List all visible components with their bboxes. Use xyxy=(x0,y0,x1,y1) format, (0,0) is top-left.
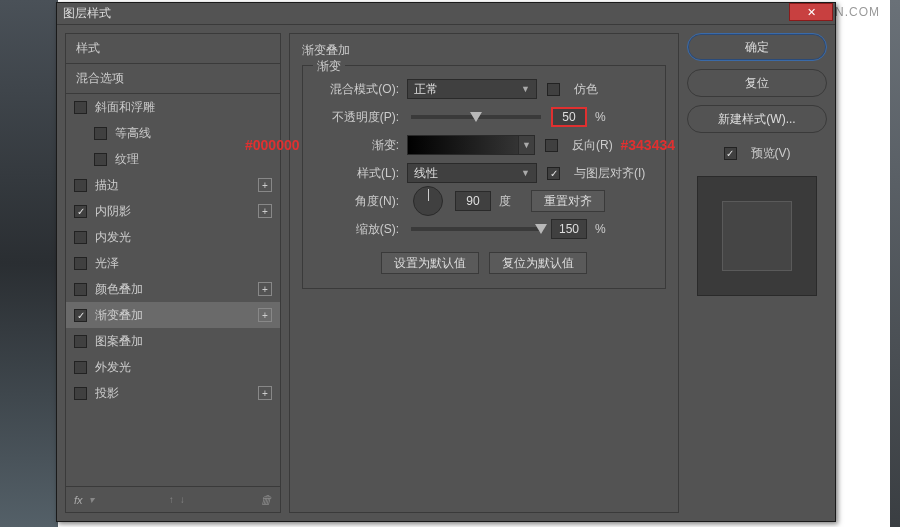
style-item-label: 图案叠加 xyxy=(95,333,143,350)
style-item[interactable]: 渐变叠加+ xyxy=(66,302,280,328)
reset-align-button[interactable]: 重置对齐 xyxy=(531,190,605,212)
style-item[interactable]: 斜面和浮雕 xyxy=(66,94,280,120)
style-item-label: 内发光 xyxy=(95,229,131,246)
style-item[interactable]: 描边+ xyxy=(66,172,280,198)
style-checkbox[interactable] xyxy=(74,257,87,270)
move-down-icon[interactable]: ↓ xyxy=(180,494,185,505)
opacity-slider[interactable] xyxy=(411,115,541,119)
add-effect-icon[interactable]: + xyxy=(258,308,272,322)
trash-icon[interactable]: 🗑 xyxy=(260,493,272,507)
set-default-button[interactable]: 设置为默认值 xyxy=(381,252,479,274)
style-item[interactable]: 图案叠加 xyxy=(66,328,280,354)
cancel-button[interactable]: 复位 xyxy=(687,69,827,97)
add-effect-icon[interactable]: + xyxy=(258,386,272,400)
style-item-label: 内阴影 xyxy=(95,203,131,220)
annotation-color-right: #343434 xyxy=(620,137,675,153)
scale-slider[interactable] xyxy=(411,227,541,231)
slider-thumb-icon[interactable] xyxy=(535,224,547,234)
opacity-label: 不透明度(P): xyxy=(317,109,407,126)
style-item[interactable]: 光泽 xyxy=(66,250,280,276)
style-item-label: 外发光 xyxy=(95,359,131,376)
chevron-down-icon: ▼ xyxy=(521,168,530,178)
styles-header[interactable]: 样式 xyxy=(66,34,280,64)
angle-input[interactable]: 90 xyxy=(455,191,491,211)
style-checkbox[interactable] xyxy=(94,153,107,166)
style-item-label: 斜面和浮雕 xyxy=(95,99,155,116)
style-item-label: 纹理 xyxy=(115,151,139,168)
section-title: 渐变叠加 xyxy=(302,42,666,59)
style-checkbox[interactable] xyxy=(74,335,87,348)
preview-label: 预览(V) xyxy=(751,145,791,162)
style-item-label: 渐变叠加 xyxy=(95,307,143,324)
style-item-label: 投影 xyxy=(95,385,119,402)
add-effect-icon[interactable]: + xyxy=(258,204,272,218)
styles-footer: fx ▾ ↑ ↓ 🗑 xyxy=(66,486,280,512)
style-checkbox[interactable] xyxy=(74,309,87,322)
reverse-label: 反向(R) xyxy=(572,137,613,154)
style-item[interactable]: 投影+ xyxy=(66,380,280,406)
opacity-input[interactable]: 50 xyxy=(551,107,587,127)
dialog-title: 图层样式 xyxy=(63,5,111,22)
annotation-color-left: #000000 xyxy=(245,137,300,153)
fieldset-label: 渐变 xyxy=(313,58,345,75)
blend-mode-label: 混合模式(O): xyxy=(317,81,407,98)
gradient-label: 渐变: xyxy=(317,137,407,154)
style-item-label: 等高线 xyxy=(115,125,151,142)
style-item[interactable]: 内阴影+ xyxy=(66,198,280,224)
dither-label: 仿色 xyxy=(574,81,598,98)
titlebar[interactable]: 图层样式 ✕ xyxy=(57,3,835,25)
add-effect-icon[interactable]: + xyxy=(258,282,272,296)
style-item[interactable]: 内发光 xyxy=(66,224,280,250)
chevron-down-icon: ▼ xyxy=(521,84,530,94)
style-checkbox[interactable] xyxy=(74,101,87,114)
reverse-checkbox[interactable] xyxy=(545,139,558,152)
opacity-unit: % xyxy=(595,110,606,124)
styles-panel: 样式 混合选项 斜面和浮雕等高线纹理描边+内阴影+内发光光泽颜色叠加+渐变叠加+… xyxy=(65,33,281,513)
dither-checkbox[interactable] xyxy=(547,83,560,96)
scale-input[interactable]: 150 xyxy=(551,219,587,239)
slider-thumb-icon[interactable] xyxy=(470,112,482,122)
dialog-buttons: 确定 复位 新建样式(W)... 预览(V) xyxy=(687,33,827,513)
style-checkbox[interactable] xyxy=(94,127,107,140)
fx-menu-icon[interactable]: ▾ xyxy=(89,494,94,505)
gradient-preview[interactable] xyxy=(407,135,519,155)
style-item-label: 颜色叠加 xyxy=(95,281,143,298)
fx-label[interactable]: fx xyxy=(74,494,83,506)
add-effect-icon[interactable]: + xyxy=(258,178,272,192)
layer-style-dialog: 图层样式 ✕ 样式 混合选项 斜面和浮雕等高线纹理描边+内阴影+内发光光泽颜色叠… xyxy=(56,2,836,522)
angle-unit: 度 xyxy=(499,193,511,210)
blend-mode-combo[interactable]: 正常▼ xyxy=(407,79,537,99)
gradient-dropdown-icon[interactable]: ▼ xyxy=(519,135,535,155)
close-button[interactable]: ✕ xyxy=(789,3,833,21)
style-label: 样式(L): xyxy=(317,165,407,182)
style-item-label: 光泽 xyxy=(95,255,119,272)
settings-panel: 渐变叠加 渐变 混合模式(O): 正常▼ 仿色 不透明度(P): xyxy=(289,33,679,513)
move-up-icon[interactable]: ↑ xyxy=(169,494,174,505)
style-checkbox[interactable] xyxy=(74,205,87,218)
style-checkbox[interactable] xyxy=(74,231,87,244)
style-checkbox[interactable] xyxy=(74,361,87,374)
style-checkbox[interactable] xyxy=(74,179,87,192)
scale-label: 缩放(S): xyxy=(317,221,407,238)
blend-options-header[interactable]: 混合选项 xyxy=(66,64,280,94)
style-item-label: 描边 xyxy=(95,177,119,194)
style-checkbox[interactable] xyxy=(74,283,87,296)
angle-dial[interactable] xyxy=(413,186,443,216)
style-combo[interactable]: 线性▼ xyxy=(407,163,537,183)
angle-label: 角度(N): xyxy=(317,193,407,210)
style-checkbox[interactable] xyxy=(74,387,87,400)
scale-unit: % xyxy=(595,222,606,236)
preview-swatch xyxy=(697,176,817,296)
reset-default-button[interactable]: 复位为默认值 xyxy=(489,252,587,274)
new-style-button[interactable]: 新建样式(W)... xyxy=(687,105,827,133)
style-item[interactable]: 颜色叠加+ xyxy=(66,276,280,302)
align-label: 与图层对齐(I) xyxy=(574,165,645,182)
ok-button[interactable]: 确定 xyxy=(687,33,827,61)
preview-checkbox[interactable] xyxy=(724,147,737,160)
align-checkbox[interactable] xyxy=(547,167,560,180)
style-item[interactable]: 外发光 xyxy=(66,354,280,380)
